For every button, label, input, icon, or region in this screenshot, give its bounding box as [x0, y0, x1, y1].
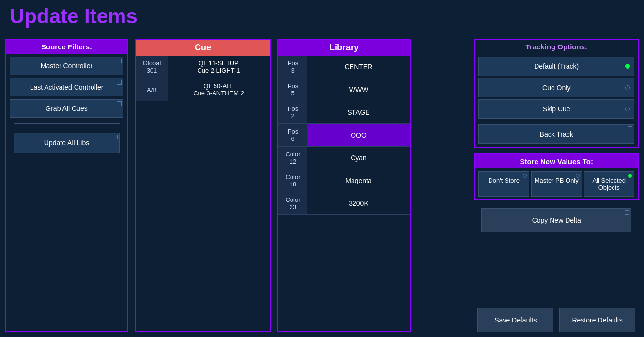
tracking-options-box: Tracking Options: Default (Track) Cue On… [474, 39, 639, 148]
lib-label-5: Color18 [278, 169, 307, 192]
dont-store-button[interactable]: Don't Store [478, 171, 529, 197]
cue-list: Global301 QL 11-SETUPCue 2-LIGHT-1 A/B Q… [136, 56, 270, 331]
lib-item-0[interactable]: Pos3 CENTER [278, 56, 410, 78]
store-values-header: Store New Values To: [475, 154, 638, 168]
copy-delta-container: Copy New Delta [474, 206, 639, 234]
cue-item-0[interactable]: Global301 QL 11-SETUPCue 2-LIGHT-1 [136, 56, 270, 78]
divider [14, 123, 120, 124]
cue-name-0: QL 11-SETUPCue 2-LIGHT-1 [168, 56, 270, 78]
skip-cue-radio [625, 107, 630, 111]
lib-item-1[interactable]: Pos5 WWW [278, 78, 410, 101]
cue-name-1: QL 50-ALLCue 3-ANTHEM 2 [168, 78, 270, 101]
library-header: Library [278, 40, 410, 56]
lib-name-4: Cyan [307, 150, 410, 166]
dont-store-radio [523, 174, 527, 178]
master-controller-button[interactable]: Master Controller [10, 57, 123, 75]
lib-item-6[interactable]: Color23 3200K [278, 192, 410, 215]
cue-panel: Cue Global301 QL 11-SETUPCue 2-LIGHT-1 A… [135, 39, 271, 332]
lib-name-1: WWW [307, 82, 410, 97]
lib-name-2: STAGE [307, 105, 410, 120]
main-layout: Source Filters: Master Controller Last A… [5, 39, 639, 332]
lib-label-2: Pos2 [278, 101, 307, 123]
all-selected-objects-button[interactable]: All Selected Objects [584, 171, 635, 197]
lib-name-3: OOO [307, 127, 410, 143]
back-track-button[interactable]: Back Track [478, 124, 634, 144]
lib-name-6: 3200K [307, 196, 410, 211]
store-values-box: Store New Values To: Don't Store Master … [474, 153, 639, 200]
cue-label-1: A/B [136, 78, 168, 101]
grab-all-cues-button[interactable]: Grab All Cues [10, 99, 123, 118]
update-all-libs-button[interactable]: Update All Libs [14, 133, 120, 153]
all-selected-objects-radio [628, 174, 632, 178]
lib-label-0: Pos3 [278, 56, 307, 78]
cue-item-1[interactable]: A/B QL 50-ALLCue 3-ANTHEM 2 [136, 78, 270, 101]
lib-label-4: Color12 [278, 147, 307, 169]
cue-header: Cue [136, 40, 270, 56]
title-prefix: U [10, 5, 24, 28]
default-track-button[interactable]: Default (Track) [478, 57, 634, 76]
page-title: Update Items [10, 5, 138, 28]
lib-name-5: Magenta [307, 173, 410, 188]
cue-only-radio [625, 85, 630, 90]
cue-label-0: Global301 [136, 56, 168, 78]
restore-defaults-button[interactable]: Restore Defaults [559, 308, 635, 332]
store-buttons: Don't Store Master PB Only All Selected … [475, 168, 638, 199]
tracking-buttons: Default (Track) Cue Only Skip Cue [475, 54, 638, 122]
master-pb-radio [576, 174, 580, 178]
source-filters-header: Source Filters: [6, 40, 127, 54]
last-activated-controller-button[interactable]: Last Activated Controller [10, 78, 123, 96]
copy-new-delta-button[interactable]: Copy New Delta [481, 208, 631, 232]
source-filters-buttons: Master Controller Last Activated Control… [6, 54, 127, 159]
lib-item-3[interactable]: Pos6 OOO [278, 124, 410, 147]
lib-label-3: Pos6 [278, 124, 307, 146]
skip-cue-button[interactable]: Skip Cue [478, 99, 634, 119]
tracking-options-header: Tracking Options: [475, 40, 638, 54]
lib-name-0: CENTER [307, 59, 410, 75]
spacer [417, 39, 467, 332]
lib-label-1: Pos5 [278, 78, 307, 101]
bottom-buttons: Save Defaults Restore Defaults [474, 308, 639, 332]
cue-only-button[interactable]: Cue Only [478, 78, 634, 97]
lib-item-4[interactable]: Color12 Cyan [278, 147, 410, 169]
lib-item-5[interactable]: Color18 Magenta [278, 169, 410, 192]
tracking-panel: Tracking Options: Default (Track) Cue On… [474, 39, 639, 332]
lib-list: Pos3 CENTER Pos5 WWW Pos2 STAGE Pos6 OOO… [278, 56, 410, 331]
master-pb-only-button[interactable]: Master PB Only [531, 171, 582, 197]
lib-label-6: Color23 [278, 192, 307, 214]
default-track-radio [625, 64, 630, 69]
library-panel: Library Pos3 CENTER Pos5 WWW Pos2 STAGE … [277, 39, 411, 332]
save-defaults-button[interactable]: Save Defaults [477, 308, 553, 332]
lib-item-2[interactable]: Pos2 STAGE [278, 101, 410, 124]
source-filters-panel: Source Filters: Master Controller Last A… [5, 39, 128, 332]
